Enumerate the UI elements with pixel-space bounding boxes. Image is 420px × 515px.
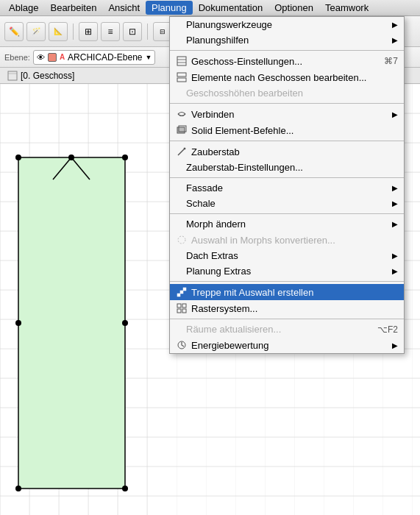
menu-item-planung-extras[interactable]: Planung Extras: [170, 263, 404, 279]
dropdown-overlay: Planungswerkzeuge Planungshilfen Geschos…: [0, 0, 420, 515]
svg-rect-49: [182, 309, 186, 313]
menu-item-energiebewertung[interactable]: Energiebewertung: [170, 337, 404, 353]
menu-label-morph: Morph ändern: [186, 219, 246, 230]
menu-label-elemente: Elemente nach Geschossen bearbeiten...: [191, 72, 366, 83]
menu-label-planung-extras: Planung Extras: [186, 266, 251, 277]
menu-label-dach: Dach Extras: [186, 250, 238, 261]
verbinden-icon: [176, 108, 188, 120]
planung-dropdown-menu: Planungswerkzeuge Planungshilfen Geschos…: [169, 16, 405, 354]
menu-item-verbinden[interactable]: Verbinden: [170, 106, 404, 122]
raster-icon: [176, 302, 188, 314]
menu-item-dach-extras[interactable]: Dach Extras: [170, 248, 404, 263]
menu-item-treppe-mit-auswahl[interactable]: Treppe mit Auswahl erstellen: [170, 284, 404, 300]
svg-rect-45: [183, 288, 186, 291]
menu-label-raume: Räume aktualisieren...: [186, 324, 281, 335]
menu-item-geschoss-einstellungen[interactable]: Geschoss-Einstellungen... ⌘7: [170, 53, 404, 69]
menu-label-verbinden: Verbinden: [191, 109, 235, 120]
elemente-icon: [176, 71, 188, 83]
menu-item-morph-andern[interactable]: Morph ändern: [170, 216, 404, 232]
menu-label-planungshilfen: Planungshilfen: [186, 35, 249, 46]
solid-icon: [176, 124, 188, 136]
auswahl-icon: [176, 234, 188, 246]
menu-label-geschoss-einstellungen: Geschoss-Einstellungen...: [191, 56, 302, 67]
svg-rect-44: [180, 291, 183, 294]
menu-label-solid: Solid Element-Befehle...: [191, 125, 293, 136]
menu-item-zauberstab-einstellungen[interactable]: Zauberstab-Einstellungen...: [170, 160, 404, 175]
svg-rect-46: [177, 304, 181, 308]
menu-label-energie: Energiebewertung: [191, 340, 269, 351]
menu-label-zauberstab: Zauberstab: [191, 146, 240, 157]
svg-rect-33: [177, 57, 186, 65]
menu-item-rastersystem[interactable]: Rastersystem...: [170, 300, 404, 316]
menu-label-treppe: Treppe mit Auswahl erstellen: [191, 287, 313, 298]
svg-rect-43: [177, 294, 180, 296]
menu-sep-2: [170, 103, 404, 104]
raume-shortcut: ⌥F2: [377, 324, 398, 335]
menu-label-raster: Rastersystem...: [191, 303, 257, 314]
menu-item-elemente-nach-geschossen[interactable]: Elemente nach Geschossen bearbeiten...: [170, 69, 404, 85]
menu-item-planungswerkzeuge[interactable]: Planungswerkzeuge: [170, 17, 404, 32]
geschoss-shortcut: ⌘7: [384, 56, 398, 66]
menu-sep-6: [170, 281, 404, 282]
menu-item-solid-element[interactable]: Solid Element-Befehle...: [170, 122, 404, 138]
menu-item-zauberstab[interactable]: Zauberstab: [170, 143, 404, 160]
menu-sep-4: [170, 177, 404, 178]
menu-item-geschosshohen: Geschosshöhen bearbeiten: [170, 85, 404, 101]
menu-label-zauberstab-einst: Zauberstab-Einstellungen...: [186, 162, 303, 173]
menu-sep-7: [170, 319, 404, 319]
geschoss-icon: [176, 55, 188, 67]
menu-label-fassade: Fassade: [186, 182, 223, 193]
svg-rect-36: [177, 73, 186, 77]
menu-label-auswahl: Auswahl in Morphs konvertieren...: [191, 235, 335, 246]
menu-item-schale[interactable]: Schale: [170, 196, 404, 211]
svg-rect-37: [177, 78, 186, 82]
menu-item-fassade[interactable]: Fassade: [170, 180, 404, 196]
menu-label-schale: Schale: [186, 198, 216, 209]
menu-sep-5: [170, 213, 404, 214]
menu-item-auswahl-in-morphs: Auswahl in Morphs konvertieren...: [170, 232, 404, 248]
zauberstab-icon: [176, 146, 188, 157]
menu-sep-1: [170, 50, 404, 51]
menu-item-raume: Räume aktualisieren... ⌥F2: [170, 322, 404, 337]
svg-rect-48: [177, 309, 181, 313]
treppe-icon: [176, 286, 188, 298]
svg-rect-47: [182, 304, 186, 308]
svg-point-42: [178, 236, 185, 244]
menu-label-planungswerkzeuge: Planungswerkzeuge: [186, 19, 272, 30]
menu-sep-3: [170, 141, 404, 141]
menu-label-geschosshohen: Geschosshöhen bearbeiten: [186, 88, 303, 99]
energie-icon: [176, 339, 188, 351]
menu-item-planungshilfen[interactable]: Planungshilfen: [170, 32, 404, 48]
